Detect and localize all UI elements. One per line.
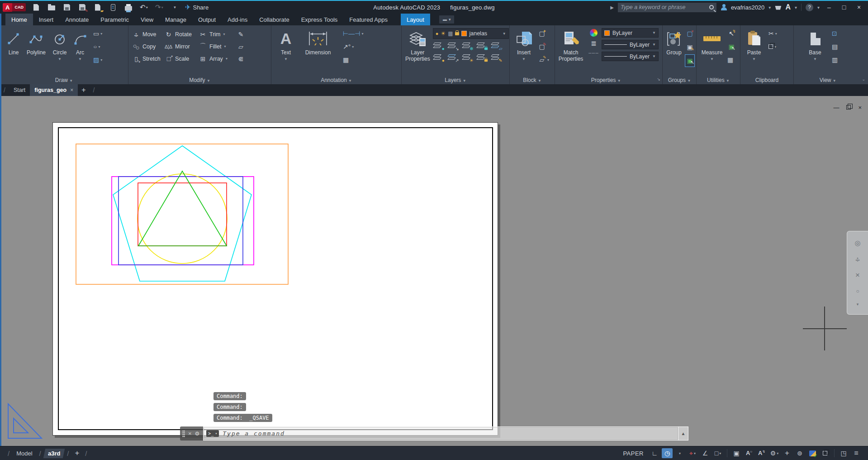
- match-properties-button[interactable]: MatchProperties: [558, 28, 584, 62]
- text-button[interactable]: A Text▼: [275, 28, 297, 61]
- autodesk-app-icon[interactable]: A: [785, 3, 791, 11]
- paper-space-toggle[interactable]: PAPER: [623, 450, 644, 457]
- file-tab-start[interactable]: Start: [9, 84, 30, 96]
- pan-icon[interactable]: ↔↕: [854, 255, 862, 263]
- print-icon[interactable]: [123, 2, 133, 12]
- cut-button[interactable]: ✂▾: [768, 28, 777, 39]
- tab-view[interactable]: View: [135, 14, 159, 25]
- tab-insert[interactable]: Insert: [33, 14, 60, 25]
- copy-button[interactable]: ○○Copy: [132, 43, 162, 51]
- zoom-extents-icon[interactable]: ×: [855, 271, 860, 280]
- search-input[interactable]: [621, 4, 709, 10]
- table-button[interactable]: ▦: [343, 54, 363, 65]
- group-edit-button[interactable]: ▣✎: [686, 42, 694, 53]
- fillet-button[interactable]: ⌒Fillet ▾: [199, 43, 234, 51]
- linear-dimension-button[interactable]: ⊢—⊣▾: [343, 28, 363, 39]
- redo-button[interactable]: ↷▾: [154, 2, 164, 12]
- quick-calculator-button[interactable]: ▦: [727, 54, 735, 65]
- snap-mode-toggle[interactable]: ⌖▾: [687, 448, 698, 458]
- doc-minimize-icon[interactable]: —: [833, 105, 839, 110]
- file-tab-document[interactable]: figuras_geo×: [30, 84, 78, 96]
- layer-unlock-button[interactable]: [476, 53, 488, 62]
- tab-output[interactable]: Output: [192, 14, 222, 25]
- drawing-area[interactable]: — × Command: Command: Command: _QSAVE × …: [0, 96, 868, 446]
- tab-featured-apps[interactable]: Featured Apps: [343, 14, 394, 25]
- layer-dropdown[interactable]: ● ☀ ▩ janelas ▼: [433, 28, 509, 39]
- panel-title-draw[interactable]: Draw ▼: [0, 77, 128, 83]
- tab-collaborate[interactable]: Collaborate: [253, 14, 295, 25]
- plot-to-file-icon[interactable]: ▰: [93, 2, 103, 12]
- new-drawing-tab-button[interactable]: +: [78, 86, 89, 94]
- layer-lock-button[interactable]: [476, 42, 488, 51]
- properties-dialog-launcher-icon[interactable]: ↘: [657, 77, 660, 81]
- paste-button[interactable]: Paste▼: [744, 28, 764, 61]
- customization-menu-button[interactable]: ≡: [851, 448, 862, 458]
- viewport-border[interactable]: [58, 127, 493, 430]
- panel-title-block[interactable]: Block ▼: [510, 77, 555, 83]
- copy-clip-button[interactable]: ▾: [768, 41, 777, 52]
- group-button[interactable]: Group: [665, 28, 683, 56]
- save-icon[interactable]: [62, 2, 72, 12]
- command-customize-icon[interactable]: ⚙: [195, 431, 200, 437]
- linetype-icon[interactable]: ╌╌╌: [588, 50, 599, 56]
- leader-button[interactable]: ↗°▾: [343, 41, 363, 52]
- layout-tab-a3rd[interactable]: a3rd: [43, 449, 65, 458]
- tab-home[interactable]: Home: [5, 14, 33, 25]
- command-input[interactable]: >_▾ Type a command: [203, 426, 678, 441]
- navbar-more-icon[interactable]: ▾: [857, 302, 859, 307]
- isolate-objects-button[interactable]: ⊚: [794, 448, 805, 458]
- undo-button[interactable]: ↶▾: [139, 2, 149, 12]
- stretch-button[interactable]: ▯↘Stretch: [132, 55, 162, 63]
- erase-button[interactable]: ✎: [237, 31, 249, 38]
- annotation-autoscale-toggle[interactable]: A↯: [756, 448, 767, 458]
- tab-parametric[interactable]: Parametric: [95, 14, 135, 25]
- panel-title-clipboard[interactable]: Clipboard: [740, 77, 793, 83]
- mirror-button[interactable]: ∆¦∆Mirror: [165, 43, 196, 50]
- tab-addins[interactable]: Add-ins: [222, 14, 253, 25]
- trim-button[interactable]: ✂Trim ▾: [199, 31, 234, 38]
- file-tab-close-icon[interactable]: ×: [70, 87, 73, 93]
- user-avatar-icon[interactable]: [721, 4, 727, 10]
- object-color-dropdown[interactable]: ByLayer ▼: [602, 28, 659, 38]
- tab-express-tools[interactable]: Express Tools: [295, 14, 344, 25]
- panel-title-utilities[interactable]: Utilities ▼: [697, 77, 740, 83]
- select-similar-button[interactable]: ▣↖: [727, 41, 735, 52]
- make-current-layer-button[interactable]: ▱: [491, 42, 503, 51]
- view-panel-expand-icon[interactable]: ⌄: [862, 77, 865, 81]
- hatch-tool-button[interactable]: ▨▾: [93, 54, 102, 65]
- layer-match-button[interactable]: ↗: [447, 53, 459, 62]
- annotation-visibility-toggle[interactable]: A○: [744, 448, 754, 458]
- tab-layout[interactable]: Layout: [401, 14, 430, 25]
- tab-manage[interactable]: Manage: [159, 14, 192, 25]
- view-style-button[interactable]: ▥: [832, 54, 838, 65]
- app-store-cart-icon[interactable]: [775, 6, 781, 10]
- panel-title-modify[interactable]: Modify ▼: [128, 77, 271, 83]
- tab-annotate[interactable]: Annotate: [59, 14, 95, 25]
- username[interactable]: evafrias2020: [731, 4, 764, 11]
- app-menu-button[interactable]: ACAD: [3, 2, 26, 12]
- layer-properties-button[interactable]: LayerProperties: [405, 28, 430, 62]
- dimension-button[interactable]: Dimension: [301, 28, 335, 56]
- viewport-config-button[interactable]: ⊡: [832, 28, 838, 39]
- create-block-button[interactable]: ▢✦: [538, 28, 549, 39]
- minimize-button[interactable]: –: [824, 4, 835, 11]
- panel-title-groups[interactable]: Groups ▼: [663, 77, 696, 83]
- workspace-switching-button[interactable]: ⚙▾: [769, 448, 780, 458]
- open-from-mobile-icon[interactable]: ↥: [108, 2, 118, 12]
- layer-off-button[interactable]: ●: [433, 42, 445, 51]
- lineweight-icon[interactable]: ≣: [591, 41, 597, 46]
- measure-button[interactable]: Measure▼: [700, 28, 724, 61]
- color-wheel-icon[interactable]: [590, 29, 598, 37]
- selection-cycling-toggle[interactable]: ▣: [731, 448, 742, 458]
- search-expand-icon[interactable]: ▶: [610, 5, 614, 10]
- search-icon[interactable]: [709, 5, 714, 10]
- ungroup-button[interactable]: ▢×: [686, 28, 694, 39]
- grip-dots-icon[interactable]: [182, 430, 185, 437]
- command-history-expand-button[interactable]: ▲: [678, 426, 688, 441]
- user-menu-caret-icon[interactable]: ▾: [768, 5, 771, 10]
- clean-screen-button[interactable]: [820, 448, 830, 458]
- fullscreen-button[interactable]: ◳: [838, 448, 849, 458]
- offset-button[interactable]: ⋐: [237, 55, 249, 62]
- qat-customize-icon[interactable]: ▼: [170, 2, 180, 12]
- layer-on-button[interactable]: ●: [433, 53, 445, 62]
